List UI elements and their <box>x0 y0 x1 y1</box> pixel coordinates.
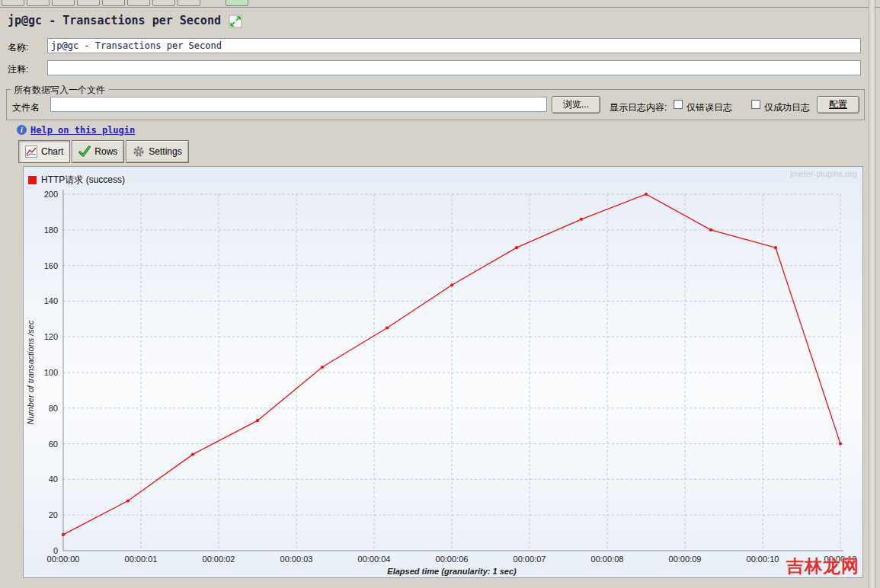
plugins-watermark: jmeter-plugins.org <box>790 169 857 178</box>
info-icon: i <box>17 125 27 135</box>
site-watermark: 吉林龙网 <box>786 554 859 578</box>
configure-button[interactable]: 配置 <box>817 96 859 113</box>
svg-text:Elapsed time (granularity: 1 s: Elapsed time (granularity: 1 sec) <box>387 567 517 576</box>
svg-text:00:00:01: 00:00:01 <box>125 554 158 564</box>
svg-text:Number of transactions /sec: Number of transactions /sec <box>26 320 35 424</box>
svg-text:20: 20 <box>49 510 58 519</box>
chart-legend: HTTP请求 (success) <box>28 174 125 187</box>
errors-only-label: 仅错误日志 <box>686 101 732 114</box>
svg-text:00:00:02: 00:00:02 <box>203 554 235 564</box>
jmeter-window: jp@gc - Transactions per Second 名称: 注释: … <box>0 0 880 588</box>
browse-button[interactable]: 浏览... <box>552 96 600 113</box>
legend-swatch <box>28 176 37 184</box>
name-input[interactable] <box>47 38 861 53</box>
svg-text:00:00:06: 00:00:06 <box>436 554 469 564</box>
toolbar-button-remnant[interactable] <box>102 0 125 6</box>
comment-label: 注释: <box>8 63 28 76</box>
page-title: jp@gc - Transactions per Second <box>8 14 221 27</box>
tab-chart[interactable]: Chart <box>18 140 70 163</box>
toolbar-button-remnant[interactable] <box>152 0 175 6</box>
filename-label: 文件名 <box>12 101 40 114</box>
plugin-logo-icon <box>229 14 242 28</box>
svg-text:140: 140 <box>44 296 58 305</box>
toolbar-button-remnant[interactable] <box>127 0 150 6</box>
success-only-checkbox[interactable] <box>751 100 760 109</box>
toolbar-button-remnant[interactable] <box>2 0 24 6</box>
tab-rows[interactable]: Rows <box>72 140 124 163</box>
filename-input[interactable] <box>50 97 547 112</box>
name-label: 名称: <box>8 41 28 54</box>
help-link[interactable]: Help on this plugin <box>30 125 135 136</box>
legend-label: HTTP请求 (success) <box>41 174 125 187</box>
toolbar-button-remnant[interactable] <box>77 0 100 6</box>
toolbar-button-remnant[interactable] <box>27 0 50 6</box>
tps-line-chart: 02040608010012014016018020000:00:0000:00… <box>24 167 862 577</box>
comment-input[interactable] <box>47 60 861 75</box>
svg-text:00:00:09: 00:00:09 <box>669 554 702 564</box>
tab-chart-label: Chart <box>41 146 63 157</box>
svg-text:00:00:04: 00:00:04 <box>358 554 391 564</box>
svg-text:60: 60 <box>49 439 58 449</box>
tab-settings-label: Settings <box>149 146 181 157</box>
success-only-label: 仅成功日志 <box>764 101 810 114</box>
tab-rows-label: Rows <box>94 146 117 157</box>
errors-only-checkbox[interactable] <box>674 100 683 109</box>
svg-text:00:00:03: 00:00:03 <box>280 554 313 564</box>
toolbar-button-remnant[interactable] <box>226 0 248 6</box>
svg-text:00:00:00: 00:00:00 <box>47 554 80 564</box>
tab-settings[interactable]: Settings <box>126 140 188 163</box>
log-display-label: 显示日志内容: <box>610 101 667 114</box>
view-tabs: Chart Rows Settings <box>18 140 190 165</box>
write-results-group-title: 所有数据写入一个文件 <box>11 84 108 97</box>
chart-icon <box>25 145 37 158</box>
svg-text:00:00:07: 00:00:07 <box>514 554 546 564</box>
svg-text:40: 40 <box>49 475 58 484</box>
svg-text:120: 120 <box>44 332 58 341</box>
svg-text:200: 200 <box>44 190 58 199</box>
svg-text:100: 100 <box>44 368 58 377</box>
scrollbar-track[interactable] <box>869 0 875 588</box>
toolbar-button-remnant[interactable] <box>52 0 75 6</box>
check-icon <box>78 145 91 158</box>
svg-text:00:00:10: 00:00:10 <box>747 554 779 564</box>
toolbar-remnant <box>0 0 880 8</box>
toolbar-button-remnant[interactable] <box>178 0 200 6</box>
svg-text:180: 180 <box>44 225 58 235</box>
gear-icon <box>133 145 145 158</box>
svg-text:80: 80 <box>49 404 58 413</box>
svg-text:00:00:08: 00:00:08 <box>591 554 624 564</box>
svg-text:160: 160 <box>44 261 58 270</box>
tps-chart-panel: HTTP请求 (success) jmeter-plugins.org 0204… <box>23 166 863 578</box>
